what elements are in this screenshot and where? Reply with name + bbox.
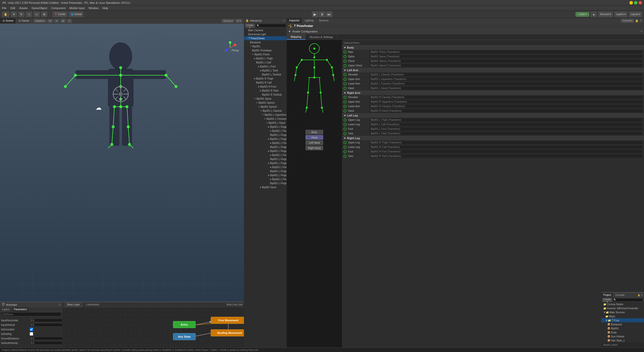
- step-button[interactable]: ⏭: [326, 12, 332, 17]
- tool-rect[interactable]: ▭: [33, 12, 40, 17]
- bone-transform-l-hand[interactable]: Bip001 L Hand (Transform): [370, 87, 642, 90]
- proj-backpack[interactable]: 📦 Backpack: [601, 322, 644, 326]
- proj-body[interactable]: 📦 Body: [601, 330, 644, 334]
- proj-maps[interactable]: 📁 Maps: [601, 314, 644, 318]
- tree-main-camera[interactable]: Main Camera: [244, 28, 286, 32]
- tree-bip001-lfinger0[interactable]: ▶Bip001 L Finger0: [244, 125, 286, 129]
- proj-invector[interactable]: 📁 Invector 3dPersonController: [601, 306, 644, 310]
- tree-bip001-lcalf[interactable]: Bip001 L Calf: [244, 60, 286, 64]
- tree-bip001-ltoenub[interactable]: Bip001 L ToeNub: [244, 72, 286, 76]
- services-tab[interactable]: Services: [316, 18, 331, 23]
- scene-viewport[interactable]: X Y Z Persp ☁: [0, 24, 244, 302]
- tree-bip001-lfinger0x[interactable]: Bip001 L Finge...: [244, 133, 286, 137]
- collab-button[interactable]: Collab ▾: [576, 12, 589, 17]
- tree-bip001-rtoenub[interactable]: Bip001 R ToeNub: [244, 93, 286, 97]
- tree-bip001-lfinger21[interactable]: ▶Bip001 L Finger21: [244, 153, 286, 157]
- search-scene-btn[interactable]: ⊕ ▾: [235, 19, 242, 23]
- tab-project[interactable]: Project: [601, 293, 613, 298]
- space-toggle[interactable]: 🌐 Global: [69, 12, 83, 17]
- tree-bip001-lfinger3x[interactable]: Bip001 L Finge...: [244, 169, 286, 173]
- bone-transform-l-toes[interactable]: Bip001 L Toe0 (Transform): [370, 132, 642, 135]
- play-button[interactable]: ▶: [312, 12, 318, 17]
- bone-transform-spine[interactable]: Bip001 Spine (Transform): [370, 55, 642, 58]
- bone-transform-r-lowerarm[interactable]: Bip001 R Forearm (Transform): [370, 105, 642, 108]
- animator-tab-layers[interactable]: Layers: [0, 307, 12, 312]
- hierarchy-create-btn[interactable]: Create ▾: [245, 24, 255, 28]
- bone-transform-chest[interactable]: Bip001 Spine1 (Transform): [370, 59, 642, 63]
- bone-transform-l-lowerleg[interactable]: Bip001 L Calf (Transform): [370, 123, 642, 126]
- tool-move[interactable]: ✛: [11, 12, 17, 17]
- view-head-btn[interactable]: Head: [306, 135, 323, 140]
- close-button[interactable]: ✕: [638, 1, 642, 5]
- tab-console[interactable]: Console: [613, 293, 627, 298]
- lighting-toggle[interactable]: ☀: [54, 19, 59, 23]
- tool-rotate[interactable]: ↻: [18, 12, 24, 17]
- tree-bip001-rcalf[interactable]: Bip001 R Calf: [244, 81, 286, 85]
- view-body-btn[interactable]: Body: [306, 130, 323, 134]
- bone-transform-hips[interactable]: Bip001 Pelvis (Transform): [370, 50, 642, 54]
- bone-transform-r-upperleg[interactable]: Bip001 R Thigh (Transform): [370, 141, 642, 144]
- tab-scene[interactable]: ⊙ Scene: [0, 18, 16, 23]
- tree-tpose-clone[interactable]: ▼T Pose(Clone): [244, 36, 286, 40]
- param-check-3[interactable]: [30, 328, 33, 331]
- bone-transform-l-lowerarm[interactable]: Bip001 L Forearm (Transform): [370, 82, 642, 85]
- tree-bip001-lfinger01[interactable]: ▶Bip001 L Finger01: [244, 129, 286, 133]
- hierarchy-search[interactable]: [256, 24, 286, 27]
- view-left-hand-btn[interactable]: Left Hand: [306, 140, 323, 145]
- bone-transform-r-shoulder[interactable]: Bip001 R Clavicle (Transform): [370, 96, 642, 99]
- account-button[interactable]: Account ▾: [598, 12, 613, 17]
- tree-bip001-lfinger1x[interactable]: Bip001 L Finge...: [244, 145, 286, 149]
- tree-bip001-lupperarm[interactable]: ▼Bip001 L UpperArm: [244, 113, 286, 117]
- menu-help[interactable]: Help: [102, 7, 108, 10]
- tree-bip001-lthigh[interactable]: ▶Bip001 L Thigh: [244, 56, 286, 60]
- bone-transform-r-lowerleg[interactable]: Bip001 R Calf (Transform): [370, 145, 642, 149]
- tree-bip001-lfinger1[interactable]: ▶Bip001 L Finger1: [244, 137, 286, 141]
- bone-transform-r-toes[interactable]: Bip001 R Toe0 (Transform): [370, 154, 642, 158]
- inspector-lock[interactable]: 🔒: [635, 19, 639, 22]
- param-value-6[interactable]: [30, 341, 62, 345]
- bone-transform-l-upperleg[interactable]: Bip001 L Thigh (Transform): [370, 118, 642, 122]
- tree-bip001-lfinger11[interactable]: ▶Bip001 L Finger11: [244, 141, 286, 145]
- tab-game[interactable]: ⊙ Game: [16, 18, 32, 23]
- effects-toggle[interactable]: ✦: [67, 19, 72, 23]
- tree-bip001-lfinger4[interactable]: ▶Bip001 L Finger4: [244, 173, 286, 177]
- param-search[interactable]: [1, 312, 61, 316]
- avatar-mapping-tab[interactable]: Mapping: [287, 34, 306, 40]
- 2d-toggle[interactable]: 2D: [47, 19, 53, 23]
- tool-scale[interactable]: ⤡: [26, 12, 32, 17]
- proj-menu[interactable]: ☰: [641, 294, 643, 296]
- base-layer-tab[interactable]: Base Layer: [65, 302, 82, 307]
- tree-bip001-lfinger41[interactable]: ▶Bip001 L Finger41: [244, 177, 286, 181]
- layers-button[interactable]: Layers ▾: [614, 12, 627, 17]
- menu-mobile-input[interactable]: Mobile Input: [69, 7, 84, 10]
- bone-transform-r-hand[interactable]: Bip001 R Hand (Transform): [370, 109, 642, 112]
- audio-toggle[interactable]: 🔊: [60, 19, 66, 23]
- gizmos-btn[interactable]: Gizmos ▾: [222, 19, 234, 23]
- bone-transform-upper-chest[interactable]: Bip001 Spine2 (Transform): [370, 64, 642, 67]
- menu-edit[interactable]: Edit: [11, 7, 15, 10]
- tree-bip001-spine[interactable]: ▼Bip001 Spine: [244, 97, 286, 101]
- menu-component[interactable]: Component: [51, 7, 65, 10]
- tree-bip001-lfinger31[interactable]: ▶Bip001 L Finger31: [244, 165, 286, 169]
- bone-transform-r-upperarm[interactable]: Bip001 R UpperArm (Transform): [370, 100, 642, 103]
- tree-bip001-lfoot[interactable]: ▶Bip001 L Foot: [244, 64, 286, 68]
- param-value-5[interactable]: [30, 337, 62, 340]
- state-any-state[interactable]: Any State: [173, 333, 196, 340]
- pause-button[interactable]: ⏸: [319, 12, 325, 17]
- menu-gameobject[interactable]: GameObject: [32, 7, 47, 10]
- proj-tpose[interactable]: ▼ 📁 T Pose: [601, 318, 644, 322]
- avatar-config-close[interactable]: ✕: [640, 30, 642, 33]
- tree-bip001-lfinger3[interactable]: ▶Bip001 L Finger3: [244, 161, 286, 165]
- tree-dir-light[interactable]: Directional Light: [244, 32, 286, 36]
- avatar-muscles-tab[interactable]: Muscles & Settings: [306, 34, 337, 40]
- locomotion-tab[interactable]: Locomotion: [84, 302, 101, 307]
- proj-ciconia[interactable]: 📁 Ciconia Studio: [601, 302, 644, 306]
- tool-all[interactable]: ⊕: [41, 12, 47, 17]
- minimize-button[interactable]: —: [629, 1, 633, 5]
- inspector-tab[interactable]: Inspector: [287, 18, 302, 23]
- param-value-1[interactable]: [30, 319, 62, 322]
- pivot-toggle[interactable]: 📍 Center: [53, 12, 67, 17]
- bone-transform-r-foot[interactable]: Bip001 R Foot (Transform): [370, 150, 642, 153]
- layout-button[interactable]: Layout ▾: [629, 12, 642, 17]
- param-value-2[interactable]: [30, 323, 62, 327]
